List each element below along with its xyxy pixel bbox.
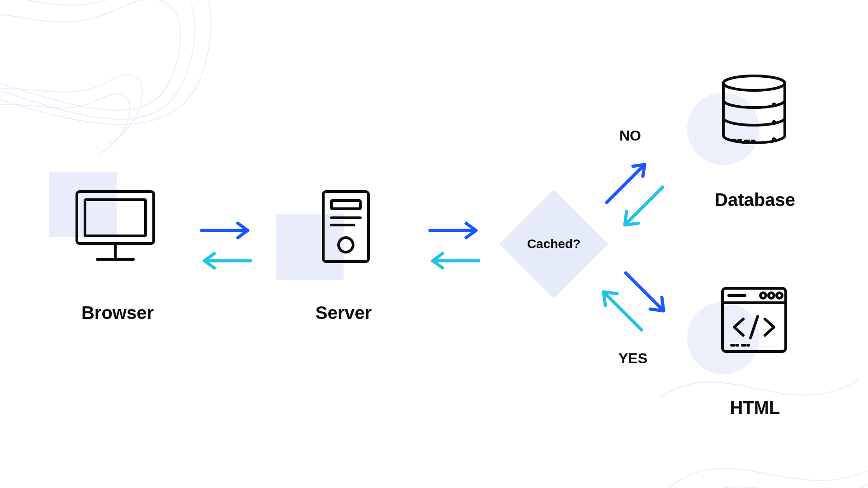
svg-rect-1 <box>85 200 146 236</box>
arrow-server-to-decision <box>427 219 481 242</box>
svg-point-9 <box>723 76 785 90</box>
svg-point-11 <box>772 120 776 125</box>
arrow-decision-to-server <box>427 249 481 272</box>
svg-line-31 <box>605 294 642 330</box>
arrow-database-to-decision <box>619 181 669 230</box>
svg-point-10 <box>772 103 776 107</box>
branch-no-label: NO <box>619 127 641 144</box>
svg-point-8 <box>339 238 353 252</box>
svg-line-29 <box>627 187 663 223</box>
browser-label: Browser <box>54 303 181 323</box>
decorative-contour-top-left <box>0 0 217 154</box>
svg-point-19 <box>769 293 774 298</box>
server-icon <box>319 187 373 266</box>
svg-point-18 <box>760 293 766 298</box>
decision-label: Cached? <box>513 237 594 251</box>
svg-point-12 <box>772 137 776 142</box>
database-label: Database <box>687 190 823 210</box>
arrow-browser-to-server <box>199 219 253 242</box>
server-label: Server <box>280 303 407 323</box>
html-label: HTML <box>687 398 823 418</box>
arrow-html-to-decision <box>599 287 649 337</box>
html-icon <box>718 284 790 356</box>
browser-icon <box>72 187 158 266</box>
branch-yes-label: YES <box>618 350 647 367</box>
svg-rect-5 <box>331 201 360 209</box>
database-icon <box>718 73 790 145</box>
svg-point-20 <box>777 293 782 298</box>
svg-line-21 <box>750 316 758 338</box>
arrow-server-to-browser <box>199 249 253 272</box>
